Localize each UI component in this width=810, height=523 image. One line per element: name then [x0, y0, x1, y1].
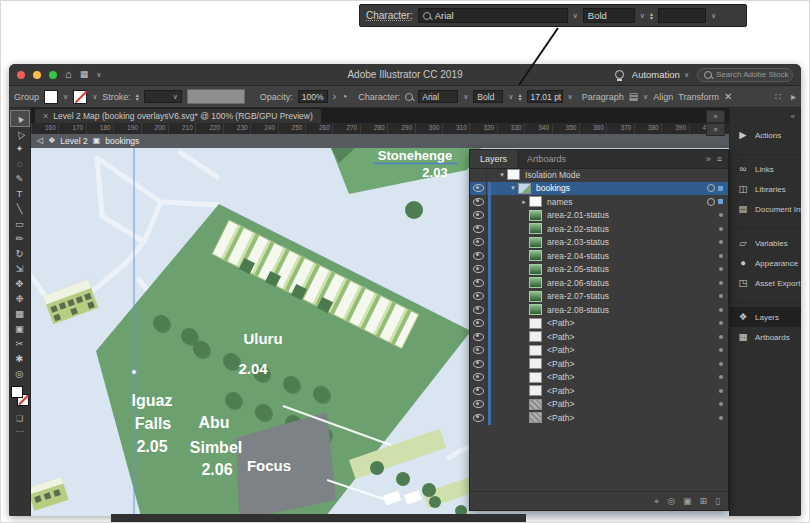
- layer-name[interactable]: area-2.01-status: [547, 210, 706, 220]
- dock-item-artboards[interactable]: ▦Artboards: [730, 327, 801, 347]
- chevron-down-icon[interactable]: ∨: [463, 93, 468, 100]
- new-sublayer-icon[interactable]: ▣: [683, 496, 692, 506]
- label-abu-1[interactable]: Abu: [198, 414, 229, 431]
- chevron-down-icon[interactable]: ∨: [640, 12, 645, 19]
- rotate-tool[interactable]: ↻: [11, 246, 29, 261]
- transform-label[interactable]: Transform: [678, 92, 719, 102]
- opacity-more-icon[interactable]: ›: [333, 92, 336, 102]
- layer-name[interactable]: <Path>: [547, 399, 706, 409]
- visibility-toggle[interactable]: [470, 276, 487, 290]
- visibility-toggle[interactable]: [470, 344, 487, 358]
- layer-target[interactable]: [706, 294, 728, 298]
- automation-dropdown[interactable]: Automation ∨: [632, 69, 689, 80]
- dock-item-actions[interactable]: ▶Actions: [730, 125, 801, 145]
- close-window-button[interactable]: [17, 71, 25, 79]
- clipping-mask-icon[interactable]: ◎: [667, 496, 675, 506]
- font-size-field[interactable]: [658, 8, 706, 23]
- stroke-label[interactable]: Stroke:: [102, 92, 131, 102]
- layer-target[interactable]: [706, 308, 728, 312]
- layer-name[interactable]: names: [547, 197, 706, 207]
- layer-name[interactable]: bookings: [536, 183, 706, 193]
- layer-target[interactable]: [706, 184, 728, 192]
- stroke-weight-select[interactable]: ∨: [144, 90, 182, 103]
- font-style-field[interactable]: Bold: [473, 90, 503, 103]
- visibility-toggle[interactable]: [470, 209, 487, 223]
- layer-name[interactable]: area-2.02-status: [547, 224, 706, 234]
- layer-row[interactable]: <Path>: [470, 330, 728, 344]
- visibility-toggle[interactable]: [470, 195, 487, 209]
- disclosure-icon[interactable]: ▾: [497, 171, 507, 179]
- layer-name[interactable]: <Path>: [547, 386, 706, 396]
- visibility-toggle[interactable]: [470, 371, 487, 385]
- layer-row[interactable]: ▾Isolation Mode: [470, 168, 728, 182]
- character-label[interactable]: Character:: [366, 10, 413, 21]
- chevron-down-icon[interactable]: ∨: [573, 12, 578, 19]
- magic-wand-tool[interactable]: ✦: [11, 141, 29, 156]
- layer-target[interactable]: [706, 402, 728, 406]
- visibility-toggle[interactable]: [470, 384, 487, 398]
- fill-color-swatch[interactable]: [11, 386, 23, 398]
- tab-artboards[interactable]: Artboards: [517, 150, 576, 168]
- chevron-down-icon[interactable]: ∨: [568, 93, 573, 100]
- adobe-stock-search-input[interactable]: Search Adobe Stock: [697, 68, 793, 82]
- panel-options-button[interactable]: ≡: [706, 123, 725, 136]
- chevron-down-icon[interactable]: ∨: [643, 93, 648, 100]
- layer-name[interactable]: area-2.08-status: [547, 305, 706, 315]
- layer-target[interactable]: [706, 254, 728, 258]
- layer-target[interactable]: [706, 362, 728, 366]
- font-size-stepper[interactable]: ▴▾: [650, 12, 653, 20]
- layer-target[interactable]: [706, 335, 728, 339]
- font-size-stepper[interactable]: ▴▾: [518, 93, 521, 101]
- ellipsis-icon[interactable]: ⋯: [16, 427, 24, 436]
- pencil-tool[interactable]: ✏: [11, 231, 29, 246]
- visibility-toggle[interactable]: [470, 263, 487, 277]
- layer-name[interactable]: <Path>: [547, 372, 706, 382]
- chevron-down-icon[interactable]: ∨: [63, 93, 68, 100]
- slice-tool[interactable]: ✂: [11, 336, 29, 351]
- layer-name[interactable]: area-2.06-status: [547, 278, 706, 288]
- graph-tool[interactable]: ▦: [11, 306, 29, 321]
- layer-row[interactable]: area-2.03-status: [470, 236, 728, 250]
- layer-name[interactable]: <Path>: [547, 413, 706, 423]
- label-iguaz-1[interactable]: Iguaz: [132, 392, 173, 409]
- exit-isolation-back-icon[interactable]: ◁: [37, 137, 43, 145]
- layer-target[interactable]: [706, 321, 728, 325]
- label-stonehenge-code[interactable]: 2.03: [422, 165, 447, 180]
- lightbulb-icon[interactable]: [615, 70, 624, 79]
- symbol-sprayer-tool[interactable]: ❉: [11, 291, 29, 306]
- layer-row[interactable]: <Path>: [470, 357, 728, 371]
- dock-item-document-info[interactable]: ▤Document Info: [730, 199, 801, 219]
- paragraph-align-icon[interactable]: ▤: [629, 92, 638, 102]
- stroke-swatch[interactable]: [73, 90, 87, 104]
- panel-menu-icon[interactable]: ≡: [717, 154, 722, 164]
- disclosure-icon[interactable]: ▾: [508, 184, 518, 192]
- scale-tool[interactable]: ⇲: [11, 261, 29, 276]
- layer-name[interactable]: <Path>: [547, 318, 706, 328]
- dock-item-libraries[interactable]: ◫Libraries: [730, 179, 801, 199]
- visibility-toggle[interactable]: [470, 236, 487, 250]
- layer-row[interactable]: <Path>: [470, 371, 728, 385]
- layer-row[interactable]: area-2.04-status: [470, 249, 728, 263]
- layer-name[interactable]: <Path>: [547, 359, 706, 369]
- collapse-panel-icon[interactable]: »: [706, 154, 711, 164]
- layer-target[interactable]: [706, 348, 728, 352]
- label-focus[interactable]: Focus: [247, 457, 291, 474]
- layer-name[interactable]: area-2.07-status: [547, 291, 706, 301]
- dock-item-appearance[interactable]: ●Appearance: [730, 253, 801, 273]
- layer-name[interactable]: Isolation Mode: [525, 170, 706, 180]
- delete-layer-icon[interactable]: ▯: [715, 496, 720, 506]
- chevron-down-icon[interactable]: ∨: [508, 93, 513, 100]
- label-abu-code[interactable]: 2.06: [201, 461, 232, 478]
- visibility-toggle[interactable]: [470, 290, 487, 304]
- visibility-toggle[interactable]: [470, 411, 487, 425]
- label-iguaz-2[interactable]: Falls: [135, 415, 172, 432]
- stroke-weight-stepper[interactable]: ▴▾: [136, 93, 139, 101]
- chevron-down-icon[interactable]: ∨: [711, 12, 716, 19]
- minimize-window-button[interactable]: [33, 71, 41, 79]
- recolor-artwork-icon[interactable]: ◔: [341, 92, 347, 102]
- layer-target[interactable]: [706, 416, 728, 420]
- layer-row[interactable]: area-2.06-status: [470, 276, 728, 290]
- type-tool[interactable]: T: [11, 186, 29, 201]
- variable-width-profile-select[interactable]: [187, 89, 245, 104]
- visibility-toggle[interactable]: [470, 303, 487, 317]
